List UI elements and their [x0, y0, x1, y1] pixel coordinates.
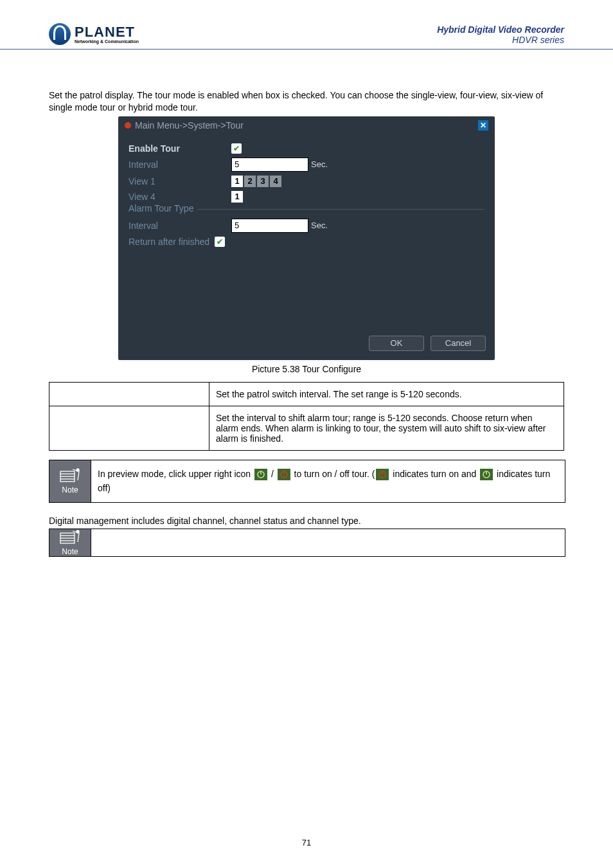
dialog-indicator-icon: [125, 122, 131, 129]
view1-buttons: 1 2 3 4: [231, 176, 281, 187]
note-text: In preview mode, click upper right icon …: [91, 460, 565, 502]
logo-mark: [49, 23, 71, 45]
tour-off-icon: [278, 469, 290, 480]
alarm-interval-input[interactable]: 5: [231, 219, 308, 233]
table-cell-val-1: Set the patrol switch interval. The set …: [209, 382, 564, 406]
doc-title-line1: Hybrid Digital Video Recorder: [437, 24, 564, 35]
doc-title: Hybrid Digital Video Recorder HDVR serie…: [437, 24, 564, 45]
view1-btn-4[interactable]: 4: [270, 176, 281, 187]
view1-btn-1[interactable]: 1: [231, 176, 243, 187]
tour-dialog: Main Menu->System->Tour ✕ Enable Tour In…: [118, 116, 495, 360]
interval-unit: Sec.: [311, 159, 328, 169]
note-text-2: [91, 529, 565, 556]
tour-on-indicator-icon: [376, 469, 389, 480]
table-cell-key-1: [49, 382, 209, 406]
table-cell-key-2: [49, 406, 209, 450]
cancel-button[interactable]: Cancel: [431, 336, 486, 351]
intro-text: Set the patrol display. The tour mode is…: [49, 89, 564, 114]
return-after-finished-checkbox[interactable]: [215, 237, 225, 247]
note-icon: Note: [49, 460, 91, 502]
table-cell-val-2: Set the interval to shift alarm tour; ra…: [209, 406, 564, 450]
page-number: 71: [0, 838, 613, 847]
note-box-1: Note In preview mode, click upper right …: [49, 460, 565, 503]
alarm-interval-label: Interval: [129, 221, 231, 231]
enable-tour-checkbox[interactable]: [231, 143, 242, 154]
note-label: Note: [62, 547, 78, 556]
close-icon[interactable]: ✕: [478, 120, 488, 131]
ok-button[interactable]: OK: [369, 336, 424, 351]
interval-label: Interval: [129, 159, 231, 170]
alarm-interval-unit: Sec.: [311, 221, 328, 230]
digital-management-text: Digital management includes digital chan…: [49, 516, 564, 526]
table-row: Set the patrol switch interval. The set …: [49, 382, 564, 406]
enable-tour-label: Enable Tour: [129, 143, 231, 154]
figure-caption: Picture 5.38 Tour Configure: [49, 364, 564, 374]
view1-label: View 1: [129, 176, 231, 186]
view4-label: View 4: [129, 192, 231, 202]
dialog-title: Main Menu->System->Tour: [135, 120, 244, 131]
tour-on-icon: [254, 469, 267, 480]
alarm-tour-type-label: Alarm Tour Type: [129, 203, 197, 213]
parameter-table: Set the patrol switch interval. The set …: [49, 382, 564, 451]
svg-point-4: [76, 469, 79, 471]
interval-input[interactable]: 5: [231, 158, 308, 172]
view1-btn-3[interactable]: 3: [257, 176, 269, 187]
return-after-finished-label: Return after finished: [129, 237, 209, 247]
table-row: Set the interval to shift alarm tour; ra…: [49, 406, 564, 450]
doc-title-line2: HDVR series: [437, 35, 564, 45]
view1-btn-2[interactable]: 2: [244, 176, 256, 187]
svg-point-17: [76, 530, 79, 533]
brand-logo: PLANET Networking & Communication: [49, 23, 139, 45]
brand-tagline: Networking & Communication: [75, 39, 139, 44]
note-box-2: Note: [49, 529, 565, 557]
tour-off-indicator-icon: [480, 469, 493, 480]
brand-name: PLANET: [75, 25, 139, 39]
view4-btn-1[interactable]: 1: [231, 191, 243, 203]
note-icon: Note: [49, 529, 91, 556]
note-label: Note: [62, 485, 78, 494]
